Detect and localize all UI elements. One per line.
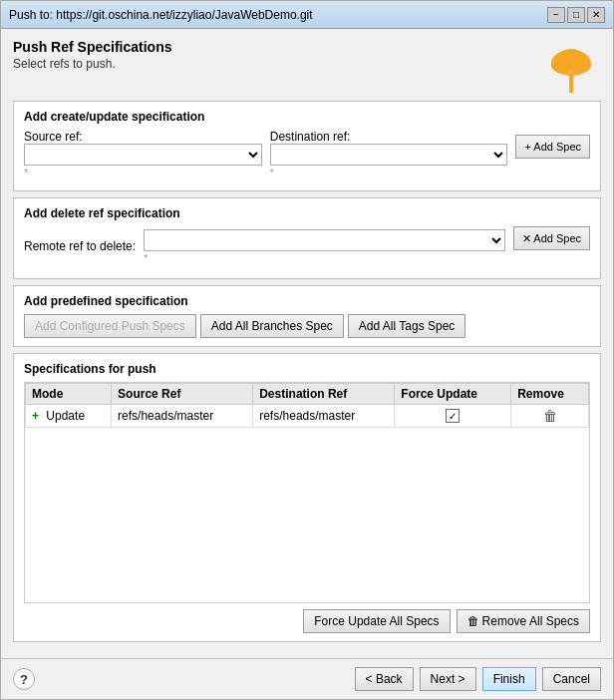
svg-point-3 <box>557 49 585 69</box>
title-bar-text: Push to: https://git.oschina.net/izzylia… <box>9 8 547 22</box>
specs-actions-row: Force Update All Specs 🗑 Remove All Spec… <box>24 609 590 633</box>
page-header: Push Ref Specifications Select refs to p… <box>13 39 601 93</box>
row-mode-cell: + Update <box>26 405 112 428</box>
add-all-tags-spec-button[interactable]: Add All Tags Spec <box>348 314 466 338</box>
back-button[interactable]: < Back <box>355 667 414 691</box>
remote-ref-col: * <box>144 229 505 264</box>
page-subtitle: Select refs to push. <box>13 57 541 71</box>
create-update-section: Add create/update specification Source r… <box>13 101 601 191</box>
specs-table-head: Mode Source Ref Destination Ref Force Up… <box>26 384 589 405</box>
maximize-button[interactable]: □ <box>567 7 585 23</box>
minimize-button[interactable]: − <box>547 7 565 23</box>
col-source-ref: Source Ref <box>112 384 253 405</box>
delete-section: Add delete ref specification Remote ref … <box>13 197 601 279</box>
remove-all-specs-label: Remove All Specs <box>482 614 579 628</box>
main-window: Push to: https://git.oschina.net/izzylia… <box>0 0 614 700</box>
content-area: Push Ref Specifications Select refs to p… <box>1 29 613 658</box>
help-button[interactable]: ? <box>13 668 35 690</box>
source-ref-label: Source ref: <box>24 130 262 144</box>
force-update-all-specs-button[interactable]: Force Update All Specs <box>303 609 450 633</box>
row-dest-ref-cell: refs/heads/master <box>253 405 395 428</box>
col-remove: Remove <box>511 384 589 405</box>
remove-all-icon: 🗑 <box>467 614 479 628</box>
add-all-branches-spec-button[interactable]: Add All Branches Spec <box>200 314 344 338</box>
source-ref-hint: * <box>24 167 262 178</box>
source-dest-row: Source ref: * Destination ref: * + Add S… <box>24 130 590 178</box>
specs-data-table: Mode Source Ref Destination Ref Force Up… <box>25 383 589 428</box>
row-add-icon: + <box>32 409 39 423</box>
col-dest-ref: Destination Ref <box>253 384 395 405</box>
dest-ref-col: Destination ref: * <box>270 130 508 178</box>
dest-ref-hint: * <box>270 167 508 178</box>
close-button[interactable]: ✕ <box>587 7 605 23</box>
source-ref-col: Source ref: * <box>24 130 262 178</box>
page-title: Push Ref Specifications <box>13 39 541 55</box>
remote-ref-label: Remote ref to delete: <box>24 239 136 253</box>
specs-section-title: Specifications for push <box>24 362 590 376</box>
add-create-spec-button[interactable]: + Add Spec <box>515 135 590 159</box>
remote-ref-row: Remote ref to delete: * ✕ Add Spec <box>24 226 590 266</box>
specs-section: Specifications for push Mode Source Ref … <box>13 353 601 642</box>
add-delete-btn-container: ✕ Add Spec <box>513 226 590 266</box>
add-spec-btn-container: + Add Spec <box>515 135 590 175</box>
row-delete-button[interactable]: 🗑 <box>543 408 557 424</box>
col-mode: Mode <box>26 384 112 405</box>
add-configured-push-specs-button[interactable]: Add Configured Push Specs <box>24 314 196 338</box>
title-bar: Push to: https://git.oschina.net/izzylia… <box>1 1 613 29</box>
title-bar-buttons: − □ ✕ <box>547 7 605 23</box>
row-remove-cell[interactable]: 🗑 <box>511 405 589 428</box>
remote-ref-hint: * <box>144 252 505 264</box>
add-delete-spec-button[interactable]: ✕ Add Spec <box>513 226 590 250</box>
row-force-update-cell[interactable] <box>395 405 511 428</box>
remove-all-specs-button[interactable]: 🗑 Remove All Specs <box>457 609 590 633</box>
specs-table-header-row: Mode Source Ref Destination Ref Force Up… <box>26 384 589 405</box>
finish-button[interactable]: Finish <box>482 667 536 691</box>
svg-rect-4 <box>569 75 573 93</box>
predefined-section: Add predefined specification Add Configu… <box>13 285 601 347</box>
predefined-buttons-row: Add Configured Push Specs Add All Branch… <box>24 314 590 338</box>
row-mode-label: Update <box>46 409 85 423</box>
specs-table-body: + Update refs/heads/master refs/heads/ma… <box>26 405 589 428</box>
row-source-ref-cell: refs/heads/master <box>112 405 253 428</box>
dest-ref-label: Destination ref: <box>270 130 508 144</box>
page-title-area: Push Ref Specifications Select refs to p… <box>13 39 541 71</box>
create-update-title: Add create/update specification <box>24 110 590 124</box>
footer: ? < Back Next > Finish Cancel <box>1 658 613 699</box>
delete-section-title: Add delete ref specification <box>24 206 590 220</box>
footer-left: ? <box>13 668 35 690</box>
cloud-upload-icon <box>547 39 595 93</box>
table-row: + Update refs/heads/master refs/heads/ma… <box>26 405 589 428</box>
footer-right: < Back Next > Finish Cancel <box>355 667 601 691</box>
remote-ref-select[interactable] <box>144 229 505 251</box>
page-icon-area <box>541 39 601 93</box>
dest-ref-select[interactable] <box>270 144 508 166</box>
next-button[interactable]: Next > <box>420 667 476 691</box>
predefined-title: Add predefined specification <box>24 294 590 308</box>
force-update-checkbox[interactable] <box>446 409 460 423</box>
specs-table: Mode Source Ref Destination Ref Force Up… <box>24 382 590 603</box>
cancel-button[interactable]: Cancel <box>542 667 601 691</box>
source-ref-select[interactable] <box>24 144 262 166</box>
col-force-update: Force Update <box>395 384 511 405</box>
